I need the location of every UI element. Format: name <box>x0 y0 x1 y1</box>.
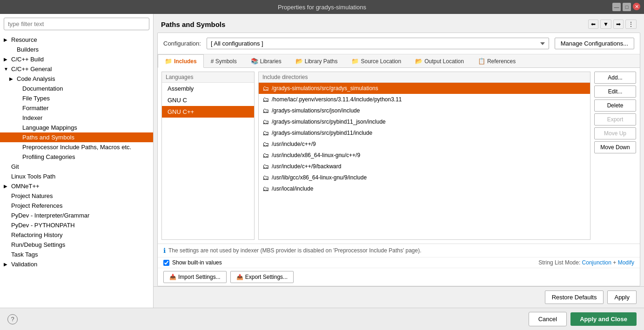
tab-libraries[interactable]: 📚Libraries <box>244 54 288 67</box>
tab-icon: 📚 <box>251 58 258 65</box>
sidebar-item-label: PyDev - PYTHONPATH <box>11 222 75 229</box>
sidebar-item[interactable]: Profiling Categories <box>0 152 153 162</box>
sidebar-item-label: C/C++ General <box>11 66 52 73</box>
include-item[interactable]: 🗂/home/lac/.pyenv/versions/3.11.4/includ… <box>259 94 590 105</box>
include-item[interactable]: 🗂/usr/lib/gcc/x86_64-linux-gnu/9/include <box>259 172 590 183</box>
minimize-button[interactable]: — <box>612 3 621 11</box>
info-bar: ℹ The settings are not used by indexer (… <box>158 244 640 257</box>
back-button[interactable]: ⬅ <box>588 20 598 29</box>
include-item[interactable]: 🗂/gradys-simulations/src/gradys_simulati… <box>259 83 590 94</box>
include-path: /gradys-simulations/src/pybind11/include <box>272 130 372 136</box>
sidebar-item[interactable]: ▶Validation <box>0 259 153 269</box>
sidebar-item[interactable]: Paths and Symbols <box>0 132 153 142</box>
move-down-button[interactable]: Move Down <box>594 141 636 153</box>
show-built-in-checkbox[interactable] <box>163 260 169 266</box>
tree-arrow-icon: ▶ <box>9 76 15 81</box>
filter-input[interactable] <box>4 18 149 30</box>
menu-button[interactable]: ⋮ <box>625 20 637 29</box>
include-item[interactable]: 🗂/usr/local/include <box>259 183 590 194</box>
panel-body: Configuration: [ All configurations ] Ma… <box>157 33 640 286</box>
sidebar-item-label: Indexer <box>22 114 42 121</box>
include-icon: 🗂 <box>262 129 269 137</box>
include-path: /home/lac/.pyenv/versions/3.11.4/include… <box>272 96 402 103</box>
tab-icon: 📋 <box>478 58 485 65</box>
delete-button[interactable]: Delete <box>594 99 636 112</box>
include-item[interactable]: 🗂/gradys-simulations/src/pybind11_json/i… <box>259 116 590 127</box>
sidebar-item[interactable]: Project Natures <box>0 191 153 201</box>
config-row: Configuration: [ All configurations ] Ma… <box>158 33 640 54</box>
modify-link[interactable]: Modify <box>618 259 634 266</box>
restore-defaults-button[interactable]: Restore Defaults <box>545 290 604 304</box>
sidebar-item-label: Formatter <box>22 105 48 112</box>
export-button: Export <box>594 113 636 125</box>
sidebar-item[interactable]: ▶Resource <box>0 35 153 45</box>
config-select[interactable]: [ All configurations ] <box>207 38 549 49</box>
sidebar-item[interactable]: Language Mappings <box>0 123 153 132</box>
close-button[interactable]: ✕ <box>633 3 640 10</box>
tree-arrow-icon: ▶ <box>4 184 9 189</box>
export-settings-button[interactable]: 📤 Export Settings... <box>230 271 294 283</box>
sidebar-item[interactable]: ▶C/C++ Build <box>0 54 153 64</box>
tab-symbols[interactable]: # Symbols <box>204 54 244 67</box>
sidebar-item[interactable]: Linux Tools Path <box>0 172 153 181</box>
include-item[interactable]: 🗂/usr/include/x86_64-linux-gnu/c++/9 <box>259 150 590 161</box>
apply-and-close-button[interactable]: Apply and Close <box>570 312 637 326</box>
sidebar-item[interactable]: Run/Debug Settings <box>0 240 153 250</box>
conjunction-link[interactable]: Conjunction <box>582 259 611 266</box>
title-bar: Properties for gradys-simulations — □ ✕ <box>0 0 644 14</box>
help-icon[interactable]: ? <box>7 314 18 324</box>
sidebar-item-label: File Types <box>22 95 50 102</box>
sidebar-item-label: C/C++ Build <box>11 56 44 63</box>
sidebar-item[interactable]: Git <box>0 162 153 172</box>
import-export-row: 📥 Import Settings... 📤 Export Settings..… <box>158 268 640 286</box>
sidebar-item[interactable]: Builders <box>0 45 153 54</box>
tab-source-location[interactable]: 📁Source Location <box>344 54 408 67</box>
cancel-button[interactable]: Cancel <box>529 312 567 326</box>
language-item[interactable]: GNU C++ <box>162 106 254 118</box>
show-built-in-label[interactable]: Show built-in values <box>172 259 222 266</box>
include-item[interactable]: 🗂/usr/include/c++/9/backward <box>259 161 590 172</box>
sidebar-item[interactable]: PyDev - PYTHONPATH <box>0 220 153 230</box>
sidebar-item[interactable]: Task Tags <box>0 250 153 259</box>
add-button[interactable]: Add... <box>594 72 636 84</box>
info-icon: ℹ <box>163 247 166 254</box>
sidebar-item[interactable]: PyDev - Interpreter/Grammar <box>0 211 153 220</box>
sidebar-item[interactable]: ▶OMNeT++ <box>0 181 153 191</box>
tree: ▶ResourceBuilders▶C/C++ Build▼C/C++ Gene… <box>0 34 153 308</box>
tab-label: Source Location <box>361 58 401 65</box>
footer: Restore Defaults Apply <box>154 286 644 308</box>
dropdown-button[interactable]: ▼ <box>600 20 611 29</box>
sidebar-item-label: Refactoring History <box>11 231 63 238</box>
includes-header: Include directories <box>259 72 590 83</box>
sidebar-item-label: Profiling Categories <box>22 153 75 160</box>
sidebar-item[interactable]: Documentation <box>0 84 153 93</box>
include-item[interactable]: 🗂/usr/include/c++/9 <box>259 139 590 150</box>
include-item[interactable]: 🗂/gradys-simulations/src/pybind11/includ… <box>259 127 590 139</box>
sidebar-item[interactable]: ▶Code Analysis <box>0 74 153 84</box>
sidebar-item[interactable]: Refactoring History <box>0 230 153 240</box>
sidebar-item[interactable]: File Types <box>0 93 153 103</box>
language-item[interactable]: Assembly <box>162 83 254 94</box>
apply-button[interactable]: Apply <box>607 290 637 304</box>
edit-button[interactable]: Edit... <box>594 86 636 98</box>
import-settings-button[interactable]: 📥 Import Settings... <box>163 271 227 283</box>
include-path: /usr/lib/gcc/x86_64-linux-gnu/9/include <box>272 174 367 181</box>
tab-library-paths[interactable]: 📂Library Paths <box>288 54 345 67</box>
tab-includes[interactable]: 📁Includes <box>158 54 204 68</box>
language-item[interactable]: GNU C <box>162 94 254 106</box>
forward-button[interactable]: ➡ <box>613 20 624 29</box>
manage-configurations-button[interactable]: Manage Configurations... <box>555 38 634 49</box>
sidebar-item-label: Resource <box>11 36 37 43</box>
sidebar-item[interactable]: Project References <box>0 201 153 211</box>
tab-icon: 📂 <box>295 58 303 65</box>
tab-icon: 📁 <box>351 58 359 65</box>
tab-output-location[interactable]: 📂Output Location <box>408 54 471 67</box>
include-item[interactable]: 🗂/gradys-simulations/src/json/include <box>259 105 590 116</box>
tab-references[interactable]: 📋References <box>471 54 523 67</box>
sidebar-item[interactable]: Preprocessor Include Paths, Macros etc. <box>0 142 153 152</box>
sidebar-item[interactable]: Indexer <box>0 113 153 123</box>
sidebar-item[interactable]: Formatter <box>0 103 153 113</box>
sidebar-item[interactable]: ▼C/C++ General <box>0 64 153 74</box>
maximize-button[interactable]: □ <box>623 3 631 11</box>
string-list-mode: String List Mode: Conjunction + Modify <box>538 259 634 266</box>
